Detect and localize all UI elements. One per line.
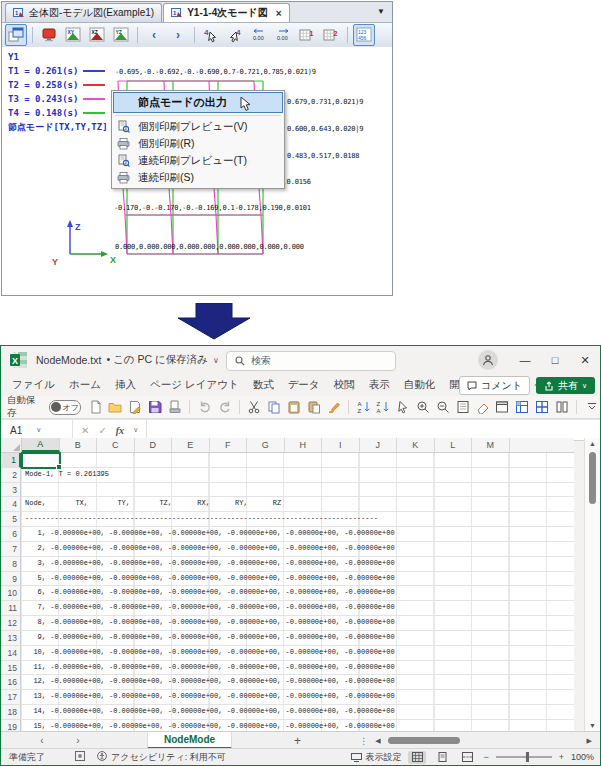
maximize-button[interactable]: □ (540, 346, 570, 374)
save-button[interactable] (147, 399, 164, 416)
row-cells[interactable]: 3, -0.00000e+00, -0.00000e+00, -0.00000e… (21, 557, 574, 572)
page-break-view-button[interactable] (458, 751, 476, 764)
ribbon-tab-ページ レイアウト[interactable]: ページ レイアウト (143, 378, 246, 392)
row-header-7[interactable]: 7 (1, 542, 21, 557)
zoom-in-button[interactable]: + (559, 752, 564, 762)
tab-close-icon[interactable]: × (276, 8, 282, 19)
row-cells[interactable]: Mode-1, T = 0.261395 (21, 468, 574, 483)
page-layout-view-button[interactable] (433, 751, 451, 764)
dim-left-button[interactable]: 0.00 (248, 24, 270, 46)
row-cells[interactable]: 6, -0.00000e+00, -0.00000e+00, -0.00000e… (21, 586, 574, 601)
zoom-level[interactable]: 100% (571, 752, 594, 762)
normal-view-button[interactable] (408, 751, 426, 764)
cancel-entry-icon[interactable]: ✕ (81, 425, 89, 436)
row-header-12[interactable]: 12 (1, 616, 21, 631)
zoom-slider[interactable] (496, 756, 552, 758)
sheet-tab-nodemode[interactable]: NodeMode (147, 732, 232, 749)
display-settings-button[interactable]: 表示設定 (351, 751, 401, 764)
worksheet-grid[interactable]: ABCDEFGHIJKLM 12Mode-1, T = 0.26139534No… (1, 438, 574, 732)
paste-special-button[interactable] (305, 399, 322, 416)
dim-right-button[interactable]: 0.00 (272, 24, 294, 46)
hscroll-track[interactable] (385, 736, 582, 745)
column-header-C[interactable]: C (97, 438, 135, 452)
row-cells[interactable]: 1, -0.00000e+00, -0.00000e+00, -0.00000e… (21, 527, 574, 542)
column-header-K[interactable]: K (397, 438, 435, 452)
comments-button[interactable]: コメント (459, 376, 530, 395)
select-all-corner[interactable] (1, 438, 22, 452)
row-header-8[interactable]: 8 (1, 557, 21, 572)
row-header-15[interactable]: 15 (1, 661, 21, 676)
vertical-scrollbar[interactable]: ▲ ▼ (584, 438, 600, 732)
macro-record-icon[interactable] (75, 751, 85, 763)
minimize-button[interactable]: — (510, 346, 540, 374)
column-header-L[interactable]: L (435, 438, 473, 452)
row-cells[interactable]: Node, TX, TY, TZ, RX, RY, RZ (21, 497, 574, 512)
row-header-1[interactable]: 1 (1, 453, 21, 468)
menu-item-node-mode-output[interactable]: 節点モードの出力 (113, 92, 283, 113)
format-painter-button[interactable] (325, 399, 342, 416)
chart-xy-button[interactable]: XY (62, 24, 84, 46)
ribbon-tab-自動化[interactable]: 自動化 (397, 378, 443, 392)
column-header-H[interactable]: H (285, 438, 323, 452)
menu-item-1[interactable]: 個別印刷プレビュー(V) (112, 118, 284, 135)
scroll-left-icon[interactable]: ◀ (375, 737, 385, 745)
row-header-10[interactable]: 10 (1, 586, 21, 601)
column-header-E[interactable]: E (172, 438, 210, 452)
viewer-tab-1[interactable]: 1全体図-モデル図(Example1) (5, 3, 162, 22)
column-header-M[interactable]: M (472, 438, 510, 452)
zoom-out-button[interactable]: − (483, 752, 488, 762)
sort-za-button[interactable]: ZA (375, 399, 392, 416)
confirm-entry-icon[interactable]: ✓ (98, 425, 106, 436)
columns-button[interactable] (553, 399, 570, 416)
display-red-button[interactable] (38, 24, 60, 46)
sheet-next-icon[interactable]: › (71, 735, 85, 746)
new-window-button[interactable] (494, 399, 511, 416)
insert-function-icon[interactable]: fx (116, 425, 124, 436)
grid-num-1-button[interactable]: 1 (296, 24, 318, 46)
horizontal-scrollbar[interactable]: ◀ ▶ (375, 736, 592, 745)
row-header-3[interactable]: 3 (1, 483, 21, 498)
row-cells[interactable] (21, 453, 574, 468)
vscroll-thumb[interactable] (589, 452, 596, 504)
chart-xz-button[interactable]: XZ (86, 24, 108, 46)
row-header-17[interactable]: 17 (1, 690, 21, 705)
row-header-6[interactable]: 6 (1, 527, 21, 542)
print-preview-button[interactable] (167, 399, 184, 416)
pick-node-left-button[interactable]: 4 (200, 24, 222, 46)
row-header-14[interactable]: 14 (1, 646, 21, 661)
row-cells[interactable]: ----------------------------------------… (21, 512, 574, 527)
zoom-slider-thumb[interactable] (526, 752, 529, 762)
viewer-tab-2[interactable]: 1Y1-1-4次モード図× (163, 3, 289, 22)
tab-list-dropdown-icon[interactable]: ▼ (377, 7, 385, 16)
row-header-2[interactable]: 2 (1, 468, 21, 483)
menu-item-3[interactable]: 連続印刷プレビュー(T) (112, 152, 284, 169)
row-header-4[interactable]: 4 (1, 497, 21, 512)
zoom-out-button[interactable] (434, 399, 451, 416)
row-cells[interactable]: 5, -0.00000e+00, -0.00000e+00, -0.00000e… (21, 572, 574, 587)
cut-button[interactable] (246, 399, 263, 416)
next-arrow-button[interactable]: › (167, 24, 189, 46)
grid-num-2-button[interactable]: 2 (320, 24, 342, 46)
row-cells[interactable]: 11, -0.00000e+00, -0.00000e+00, -0.00000… (21, 661, 574, 676)
qat-overflow-button[interactable] (583, 399, 600, 416)
row-cells[interactable]: 9, -0.00000e+00, -0.00000e+00, -0.00000e… (21, 631, 574, 646)
name-box[interactable]: A1 ∨ (1, 420, 73, 440)
eraser-button[interactable] (474, 399, 491, 416)
row-cells[interactable]: 14, -0.00000e+00, -0.00000e+00, -0.00000… (21, 705, 574, 720)
title-caret-icon[interactable]: ∨ (213, 356, 219, 365)
add-sheet-button[interactable]: + (294, 734, 301, 748)
node-values-button[interactable]: 123456 (353, 24, 375, 46)
row-cells[interactable]: 10, -0.00000e+00, -0.00000e+00, -0.00000… (21, 646, 574, 661)
ribbon-tab-ホーム[interactable]: ホーム (62, 378, 108, 392)
tab-overflow-icon[interactable]: ⋮ (359, 736, 369, 746)
close-button[interactable]: ✕ (570, 346, 600, 374)
account-avatar[interactable] (478, 350, 498, 370)
sheet-prev-icon[interactable]: ‹ (35, 735, 49, 746)
menu-item-4[interactable]: 連続印刷(S) (112, 169, 284, 186)
column-header-D[interactable]: D (135, 438, 173, 452)
hscroll-thumb[interactable] (388, 737, 460, 744)
autosave-toggle[interactable]: 自動保存 オフ (7, 394, 81, 420)
column-header-F[interactable]: F (210, 438, 248, 452)
new-file-button[interactable] (87, 399, 104, 416)
window-restore-button[interactable] (5, 24, 27, 46)
